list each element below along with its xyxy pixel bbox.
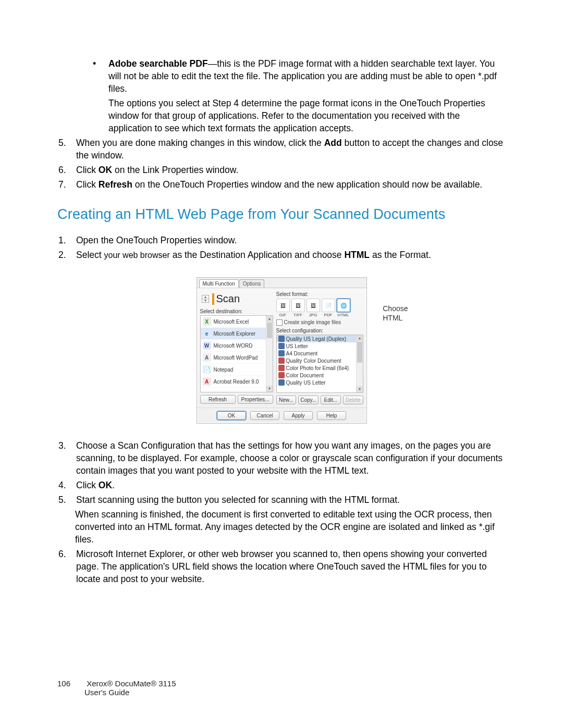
ie-icon: e: [203, 329, 211, 338]
list-text: Select your web browser as the Destinati…: [76, 249, 506, 262]
format-pdf[interactable]: 📄PDF: [322, 299, 335, 317]
help-button[interactable]: Help: [317, 411, 346, 420]
color-doc-icon: [278, 365, 285, 371]
single-image-checkbox[interactable]: Create single image files: [276, 319, 363, 326]
delete-button[interactable]: Delete: [343, 396, 363, 404]
cfg-item-label: A4 Document: [286, 351, 318, 356]
list-text: Click OK.: [76, 479, 506, 491]
edit-button[interactable]: Edit...: [321, 396, 341, 404]
cfg-item-label: US Letter: [286, 343, 308, 349]
format-gif[interactable]: 🖼GIF: [276, 299, 290, 317]
scan-label: Scan: [216, 293, 240, 305]
new-button[interactable]: New...: [276, 396, 297, 404]
list-number: 6.: [57, 164, 76, 176]
cfg-item-label: Quality US Legal (Duplex): [286, 336, 347, 342]
tab-multi-function[interactable]: Multi Function: [199, 279, 239, 288]
scrollbar[interactable]: ▴▾: [266, 316, 273, 392]
list-number: 4.: [57, 479, 76, 491]
doc-icon: [278, 336, 285, 342]
list-text: Choose a Scan Configuration that has the…: [76, 439, 506, 477]
tiff-icon: 🖼: [291, 299, 305, 312]
select-configuration-label: Select configuration:: [276, 328, 363, 334]
word-icon: W: [203, 341, 211, 350]
bullet-item: • Adobe searchable PDF—this is the PDF i…: [93, 57, 506, 95]
copy-button[interactable]: Copy...: [298, 396, 319, 404]
callout-label: ChooseHTML: [383, 304, 408, 323]
dest-item-label: Microsoft WORD: [214, 343, 253, 349]
page-number: 106: [57, 679, 84, 688]
format-tiff[interactable]: 🖼TIFF: [291, 299, 305, 317]
tab-options[interactable]: Options: [239, 279, 264, 288]
dest-item-label: Microsoft Explorer: [214, 331, 256, 337]
dest-item-label: Acrobat Reader 9.0: [214, 379, 259, 385]
bullet-text: Adobe searchable PDF—this is the PDF ima…: [108, 57, 506, 95]
doc-icon: [278, 379, 285, 386]
list-text: Click Refresh on the OneTouch Properties…: [76, 178, 506, 191]
list-number: 1.: [57, 234, 76, 246]
list-number: 3.: [57, 439, 76, 477]
select-destination-label: Select destination:: [200, 309, 273, 314]
dest-item-label: Notepad: [214, 367, 234, 373]
dest-item-label: Microsoft WordPad: [214, 355, 258, 361]
format-row: 🖼GIF 🖼TIFF 🖼JPG 📄PDF 🌐HTML: [276, 299, 363, 317]
ok-button[interactable]: OK: [217, 411, 246, 420]
format-jpg[interactable]: 🖼JPG: [307, 299, 320, 317]
list-text: Microsoft Internet Explorer, or other we…: [76, 548, 506, 585]
cfg-item-label: Color Photo for Email (6x4): [286, 365, 349, 371]
list-subtext: When scanning is finished, the document …: [75, 508, 506, 546]
cfg-item-label: Color Document: [286, 373, 324, 378]
bullet-subtext: The options you select at Step 4 determi…: [108, 97, 506, 134]
format-html[interactable]: 🌐HTML: [337, 299, 350, 317]
notepad-icon: 📄: [203, 365, 211, 374]
cfg-item-label: Quality US Letter: [286, 380, 326, 386]
onetouch-properties-dialog: ChooseHTML Multi Function Options ▴▾ Sca…: [197, 277, 367, 424]
footer-title: Xerox® DocuMate® 3115: [87, 679, 176, 688]
color-doc-icon: [278, 372, 285, 378]
color-doc-icon: [278, 357, 285, 364]
apply-button[interactable]: Apply: [284, 411, 313, 420]
pdf-icon: 📄: [322, 299, 335, 312]
scrollbar[interactable]: ▴▾: [356, 335, 363, 392]
excel-icon: X: [203, 317, 211, 326]
cancel-button[interactable]: Cancel: [250, 411, 279, 420]
dest-item-label: Microsoft Excel: [214, 319, 249, 325]
list-text: Start scanning using the button you sele…: [76, 493, 506, 506]
bullet-marker: •: [93, 57, 108, 95]
html-icon: 🌐: [337, 299, 350, 312]
list-number: 7.: [57, 178, 76, 191]
doc-icon: [278, 350, 285, 356]
footer-subtitle: User's Guide: [84, 688, 129, 697]
configuration-list[interactable]: Quality US Legal (Duplex) US Letter A4 D…: [276, 335, 363, 393]
cfg-item-label: Quality Color Document: [286, 358, 341, 364]
list-number: 6.: [57, 548, 76, 585]
list-number: 5.: [57, 493, 76, 506]
acrobat-icon: A: [203, 377, 211, 386]
page-footer: 106 Xerox® DocuMate® 3115 User's Guide: [57, 679, 176, 697]
list-text: Click OK on the Link Properties window.: [76, 164, 506, 176]
scan-number-spinner[interactable]: ▴▾: [202, 295, 209, 303]
section-heading: Creating an HTML Web Page from Your Scan…: [57, 206, 506, 223]
document-page: • Adobe searchable PDF—this is the PDF i…: [0, 0, 563, 616]
refresh-button[interactable]: Refresh: [200, 395, 236, 404]
destination-list[interactable]: XMicrosoft Excel eMicrosoft Explorer WMi…: [200, 315, 273, 392]
jpg-icon: 🖼: [307, 299, 320, 312]
checkbox-icon: [276, 319, 283, 326]
list-number: 5.: [57, 137, 76, 162]
doc-icon: [278, 343, 285, 349]
gif-icon: 🖼: [276, 299, 290, 312]
properties-button[interactable]: Properties...: [238, 395, 273, 404]
select-format-label: Select format:: [276, 291, 363, 297]
list-text: Open the OneTouch Properties window.: [76, 234, 506, 246]
list-text: When you are done making changes in this…: [76, 137, 506, 162]
scan-icon: [212, 293, 214, 305]
list-number: 2.: [57, 249, 76, 262]
wordpad-icon: A: [203, 353, 211, 362]
